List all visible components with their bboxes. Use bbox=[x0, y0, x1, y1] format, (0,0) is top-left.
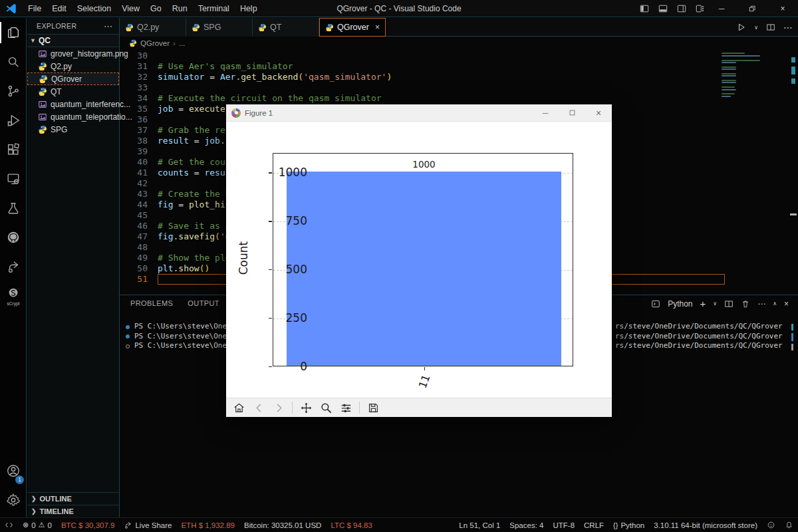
y-axis-label: Count bbox=[237, 231, 250, 285]
home-tool-icon[interactable] bbox=[230, 400, 247, 416]
breadcrumb-ellipsis[interactable]: ... bbox=[179, 39, 186, 47]
remote-window-icon[interactable] bbox=[0, 518, 18, 532]
customize-layout-icon[interactable] bbox=[696, 4, 705, 13]
search-icon[interactable] bbox=[0, 47, 27, 76]
figure-close-button[interactable]: × bbox=[585, 104, 612, 122]
tab-spg[interactable]: SPG bbox=[186, 18, 253, 37]
menu-file[interactable]: File bbox=[23, 0, 47, 17]
toggle-secondary-sidebar-icon[interactable] bbox=[677, 4, 686, 13]
menu-run[interactable]: Run bbox=[167, 0, 193, 17]
file-item-quantum-interferenc-[interactable]: quantum_interferenc... bbox=[27, 98, 119, 110]
menu-go[interactable]: Go bbox=[145, 0, 167, 17]
editor-scrollbar[interactable] bbox=[789, 49, 798, 295]
toggle-sidebar-icon[interactable] bbox=[640, 4, 649, 13]
new-terminal-icon[interactable]: + bbox=[700, 298, 706, 309]
status-language-mode[interactable]: {}Python bbox=[608, 518, 649, 532]
status-cursor-position[interactable]: Ln 51, Col 1 bbox=[454, 518, 505, 532]
file-item-q2-py[interactable]: Q2.py bbox=[27, 60, 119, 72]
status-ltc[interactable]: LTC $ 94.83 bbox=[326, 518, 376, 532]
save-tool-icon[interactable] bbox=[364, 400, 382, 416]
shell-label[interactable]: Python bbox=[668, 299, 692, 309]
figure-maximize-button[interactable] bbox=[559, 104, 585, 122]
explorer-icon[interactable] bbox=[0, 18, 27, 47]
close-panel-icon[interactable]: × bbox=[784, 299, 789, 309]
run-dropdown-chevron-icon[interactable]: ∨ bbox=[754, 25, 758, 31]
tab-q2-py[interactable]: Q2.py bbox=[120, 18, 186, 37]
menu-edit[interactable]: Edit bbox=[47, 0, 72, 17]
kill-terminal-trash-icon[interactable] bbox=[741, 299, 750, 309]
extensions-icon[interactable] bbox=[0, 135, 27, 164]
settings-gear-icon[interactable] bbox=[0, 485, 27, 515]
status-text: LTC $ 94.83 bbox=[331, 521, 372, 529]
file-item-quantum-teleportatio-[interactable]: quantum_teleportatio... bbox=[27, 110, 119, 123]
status-python-interpreter[interactable]: 3.10.11 64-bit (microsoft store) bbox=[649, 518, 762, 532]
minimap-line bbox=[722, 66, 736, 68]
figure-canvas[interactable]: Count 100011 02505007501000 bbox=[226, 122, 612, 398]
vscode-logo-icon bbox=[5, 3, 17, 15]
breadcrumb[interactable]: QGrover › ... bbox=[120, 37, 798, 49]
status-eth[interactable]: ETH $ 1,932.89 bbox=[176, 518, 239, 532]
maximize-panel-chevron-icon[interactable]: ∧ bbox=[773, 301, 777, 307]
accounts-icon[interactable]: 1 bbox=[0, 456, 27, 485]
minimap[interactable] bbox=[722, 51, 761, 100]
file-item-grover-histogram-png[interactable]: grover_histogram.png bbox=[27, 47, 119, 60]
status-eol[interactable]: CRLF bbox=[579, 518, 608, 532]
file-item-qgrover[interactable]: QGrover bbox=[27, 72, 119, 85]
code-text: # Save it as an bbox=[148, 221, 235, 231]
feedback-icon[interactable] bbox=[762, 518, 780, 532]
editor-more-actions-icon[interactable]: ⋯ bbox=[783, 22, 793, 33]
file-item-spg[interactable]: SPG bbox=[27, 123, 119, 136]
scrypt-label: sCrypt bbox=[7, 301, 20, 306]
testing-icon[interactable] bbox=[0, 194, 27, 223]
tab-close-icon[interactable]: × bbox=[375, 23, 380, 32]
pan-tool-icon[interactable] bbox=[297, 400, 315, 416]
sidebar-more-actions-icon[interactable]: ⋯ bbox=[104, 21, 112, 31]
menu-help[interactable]: Help bbox=[235, 0, 263, 17]
status-text: Python bbox=[620, 521, 644, 529]
panel-more-actions-icon[interactable]: ⋯ bbox=[757, 299, 765, 309]
live-share-icon[interactable] bbox=[0, 252, 27, 281]
folder-row-qc[interactable]: ▼ QC bbox=[27, 34, 119, 47]
menu-selection[interactable]: Selection bbox=[72, 0, 116, 17]
source-control-icon[interactable] bbox=[0, 76, 27, 106]
matplotlib-figure-window[interactable]: Figure 1 ─ × Count 100011 02505007501000 bbox=[226, 104, 612, 417]
breadcrumb-file[interactable]: QGrover bbox=[140, 39, 170, 47]
menu-terminal[interactable]: Terminal bbox=[193, 0, 235, 17]
zoom-tool-icon[interactable] bbox=[317, 400, 334, 416]
panel-tab-output[interactable]: OUTPUT bbox=[188, 299, 219, 307]
split-terminal-icon[interactable] bbox=[724, 299, 733, 309]
status-indentation[interactable]: Spaces: 4 bbox=[505, 518, 548, 532]
file-item-qt[interactable]: QT bbox=[27, 85, 119, 98]
status-btc[interactable]: BTC $ 30,307.9 bbox=[57, 518, 120, 532]
run-python-file-icon[interactable] bbox=[737, 23, 746, 32]
github-icon[interactable] bbox=[0, 223, 27, 252]
toggle-panel-icon[interactable] bbox=[658, 4, 668, 13]
status-encoding[interactable]: UTF-8 bbox=[548, 518, 579, 532]
scrollbar-thumb[interactable] bbox=[790, 213, 797, 215]
status-live-share[interactable]: Live Share bbox=[119, 518, 176, 532]
panel-tab-problems[interactable]: PROBLEMS bbox=[130, 299, 173, 307]
figure-title-bar[interactable]: Figure 1 ─ × bbox=[226, 104, 612, 122]
terminal-dropdown-chevron-icon[interactable]: ∨ bbox=[713, 301, 717, 307]
code-text bbox=[148, 82, 158, 93]
section-outline[interactable]: ❯OUTLINE bbox=[27, 492, 119, 505]
status-bitcoin-usd[interactable]: Bitcoin: 30325.01 USD bbox=[239, 518, 326, 532]
menu-view[interactable]: View bbox=[116, 0, 145, 17]
problems-indicator[interactable]: ⊗ 0 ⚠ 0 bbox=[18, 518, 57, 532]
line-number: 33 bbox=[120, 82, 148, 93]
remote-explorer-icon[interactable] bbox=[0, 164, 27, 194]
run-debug-icon[interactable] bbox=[0, 106, 27, 135]
window-restore-button[interactable] bbox=[737, 0, 767, 17]
back-tool-icon[interactable] bbox=[250, 400, 267, 416]
tab-qgrover[interactable]: QGrover× bbox=[319, 18, 386, 37]
window-close-button[interactable]: × bbox=[767, 0, 798, 17]
tab-qt[interactable]: QT bbox=[253, 18, 319, 37]
notifications-bell-icon[interactable] bbox=[780, 518, 798, 532]
section-timeline[interactable]: ❯TIMELINE bbox=[27, 505, 119, 517]
split-editor-icon[interactable] bbox=[766, 23, 775, 32]
figure-minimize-button[interactable]: ─ bbox=[532, 104, 559, 122]
window-minimize-button[interactable]: ─ bbox=[706, 0, 737, 17]
scrypt-icon[interactable]: sCrypt bbox=[0, 281, 27, 311]
configure-tool-icon[interactable] bbox=[337, 400, 354, 416]
forward-tool-icon[interactable] bbox=[270, 400, 287, 416]
